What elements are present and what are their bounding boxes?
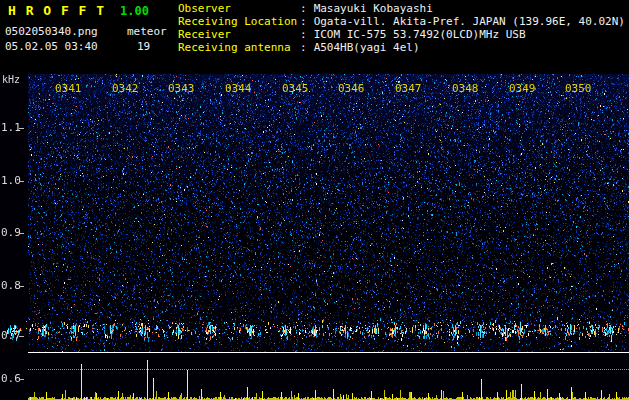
time-label: 0342 [112, 82, 139, 95]
app-version: 1.00 [120, 4, 149, 18]
hrofft-screen: H R O F F T 1.00 0502050340.png meteor 0… [0, 0, 629, 400]
info-row: Receiving antenna:A504HB(yagi 4el) [178, 41, 625, 54]
info-colon: : [300, 15, 307, 28]
info-row: Receiving Location:Ogata-vill. Akita-Pre… [178, 15, 625, 28]
time-label: 0349 [509, 82, 536, 95]
freq-tick [19, 233, 24, 234]
time-label: 0343 [168, 82, 195, 95]
output-filename: 0502050340.png [5, 25, 98, 38]
info-label: Observer [178, 2, 300, 15]
info-value: Ogata-vill. Akita-Pref. JAPAN (139.96E, … [314, 15, 625, 28]
freq-tick [19, 181, 24, 182]
info-value: Masayuki Kobayashi [314, 2, 433, 15]
info-label: Receiver [178, 28, 300, 41]
freq-tick [19, 379, 24, 380]
info-label: Receiving antenna [178, 41, 300, 54]
khz-label: kHz [2, 74, 20, 85]
time-label: 0344 [225, 82, 252, 95]
spectrogram-canvas [0, 74, 629, 400]
freq-label: 1.1 [1, 121, 21, 134]
time-label: 0350 [565, 82, 592, 95]
mode-label: meteor [127, 25, 167, 38]
freq-tick [19, 336, 24, 337]
info-row: Receiver:ICOM IC-575 53.7492(0LCD)MHz US… [178, 28, 625, 41]
info-label: Receiving Location [178, 15, 300, 28]
time-label: 0348 [452, 82, 479, 95]
freq-label: 0.6 [1, 372, 21, 385]
time-label: 0345 [282, 82, 309, 95]
freq-tick [19, 128, 24, 129]
receiver-info: Observer:Masayuki Kobayashi Receiving Lo… [178, 2, 625, 54]
freq-label: 1.0 [1, 174, 21, 187]
time-label: 0341 [55, 82, 82, 95]
timestamp: 05.02.05 03:40 [5, 40, 98, 53]
info-colon: : [300, 2, 307, 15]
time-label: 0346 [338, 82, 365, 95]
info-colon: : [300, 41, 307, 54]
info-value: ICOM IC-575 53.7492(0LCD)MHz USB [314, 28, 526, 41]
freq-label: 0.9 [1, 226, 21, 239]
app-title: H R O F F T [8, 3, 105, 18]
info-row: Observer:Masayuki Kobayashi [178, 2, 625, 15]
info-value: A504HB(yagi 4el) [314, 41, 420, 54]
freq-label: 0.7 [1, 329, 21, 342]
meteor-count: 19 [137, 40, 150, 53]
freq-label: 0.8 [1, 279, 21, 292]
time-label: 0347 [395, 82, 422, 95]
info-colon: : [300, 28, 307, 41]
freq-tick [19, 286, 24, 287]
